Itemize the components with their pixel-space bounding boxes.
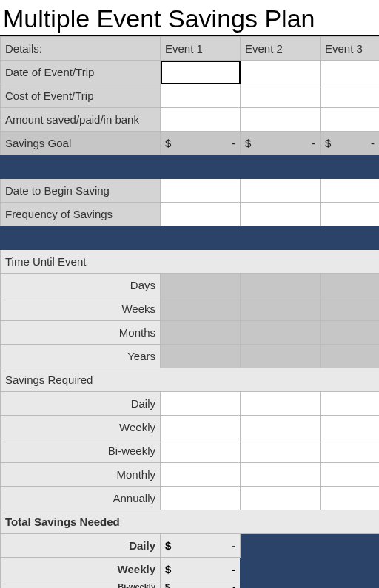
cell-total-biweekly: $- <box>161 581 241 589</box>
section-time-label: Time Until Event <box>1 250 380 274</box>
page-title: Multiple Event Savings Plan <box>0 0 379 36</box>
cell-req-weekly-e3 <box>321 416 380 439</box>
header-event2: Event 2 <box>241 37 321 61</box>
row-cost-of-event: Cost of Event/Trip <box>1 84 380 108</box>
savings-table: Details: Event 1 Event 2 Event 3 Date of… <box>0 36 379 588</box>
cell-req-annually-e3 <box>321 487 380 510</box>
currency-value: - <box>232 582 235 589</box>
divider-row <box>1 155 380 179</box>
cell-goal-event3: $- <box>321 132 380 155</box>
cell-total-daily: $- <box>161 534 241 558</box>
cell-req-daily-e1 <box>161 392 241 416</box>
label-days: Days <box>1 274 161 297</box>
cell-goal-event2: $- <box>241 132 321 155</box>
currency-value: - <box>312 137 315 149</box>
label-amount-saved: Amount saved/paid/in bank <box>1 108 161 132</box>
cell-req-biweekly-e3 <box>321 439 380 463</box>
cell-goal-event1: $- <box>161 132 241 155</box>
row-req-annually: Annually <box>1 487 380 510</box>
cell-req-daily-e3 <box>321 392 380 416</box>
cell-req-monthly-e3 <box>321 463 380 487</box>
label-months: Months <box>1 321 161 345</box>
cell-weeks-e2 <box>241 297 321 321</box>
label-date-begin: Date to Begin Saving <box>1 179 161 203</box>
currency-symbol: $ <box>165 137 171 149</box>
row-req-weekly: Weekly <box>1 416 380 439</box>
section-total-savings: Total Savings Needed <box>1 510 380 534</box>
row-req-monthly: Monthly <box>1 463 380 487</box>
cell-weeks-e3 <box>321 297 380 321</box>
cell-days-e2 <box>241 274 321 297</box>
label-date-of-event: Date of Event/Trip <box>1 61 161 84</box>
label-total-daily: Daily <box>1 534 161 558</box>
currency-value: - <box>232 539 235 552</box>
currency-symbol: $ <box>165 582 170 589</box>
currency-symbol: $ <box>165 563 171 575</box>
cell-req-biweekly-e1 <box>161 439 241 463</box>
cell-months-e3 <box>321 321 380 345</box>
cell-cost-event2[interactable] <box>241 84 321 108</box>
cell-years-e3 <box>321 345 380 368</box>
label-cost-of-event: Cost of Event/Trip <box>1 84 161 108</box>
cell-days-e1 <box>161 274 241 297</box>
cell-amount-event1[interactable] <box>161 108 241 132</box>
cell-freq-event2[interactable] <box>241 203 321 226</box>
cell-freq-event1[interactable] <box>161 203 241 226</box>
cell-date-event2[interactable] <box>241 61 321 84</box>
cell-begin-event1[interactable] <box>161 179 241 203</box>
row-total-daily: Daily $- <box>1 534 380 558</box>
row-time-weeks: Weeks <box>1 297 380 321</box>
cell-years-e2 <box>241 345 321 368</box>
divider-row <box>1 226 380 250</box>
row-frequency: Frequency of Savings <box>1 203 380 226</box>
cell-req-annually-e2 <box>241 487 321 510</box>
row-req-biweekly: Bi-weekly <box>1 439 380 463</box>
cell-days-e3 <box>321 274 380 297</box>
currency-value: - <box>371 137 375 149</box>
label-req-daily: Daily <box>1 392 161 416</box>
cell-date-event3[interactable] <box>321 61 380 84</box>
cell-amount-event2[interactable] <box>241 108 321 132</box>
section-total-label: Total Savings Needed <box>1 510 380 534</box>
total-navy-block <box>241 534 380 589</box>
cell-begin-event3[interactable] <box>321 179 380 203</box>
cell-req-biweekly-e2 <box>241 439 321 463</box>
cell-cost-event3[interactable] <box>321 84 380 108</box>
cell-years-e1 <box>161 345 241 368</box>
cell-req-annually-e1 <box>161 487 241 510</box>
section-time-until-event: Time Until Event <box>1 250 380 274</box>
cell-amount-event3[interactable] <box>321 108 380 132</box>
row-time-months: Months <box>1 321 380 345</box>
row-time-years: Years <box>1 345 380 368</box>
row-amount-saved: Amount saved/paid/in bank <box>1 108 380 132</box>
row-date-of-event: Date of Event/Trip <box>1 61 380 84</box>
cell-req-weekly-e2 <box>241 416 321 439</box>
header-event1: Event 1 <box>161 37 241 61</box>
header-details: Details: <box>1 37 161 61</box>
cell-months-e1 <box>161 321 241 345</box>
label-total-weekly: Weekly <box>1 558 161 581</box>
cell-cost-event1[interactable] <box>161 84 241 108</box>
cell-months-e2 <box>241 321 321 345</box>
currency-symbol: $ <box>245 137 251 149</box>
row-req-daily: Daily <box>1 392 380 416</box>
row-date-begin: Date to Begin Saving <box>1 179 380 203</box>
currency-symbol: $ <box>325 137 331 149</box>
label-years: Years <box>1 345 161 368</box>
cell-weeks-e1 <box>161 297 241 321</box>
cell-begin-event2[interactable] <box>241 179 321 203</box>
label-weeks: Weeks <box>1 297 161 321</box>
cell-req-monthly-e1 <box>161 463 241 487</box>
currency-value: - <box>232 137 235 149</box>
label-req-biweekly: Bi-weekly <box>1 439 161 463</box>
currency-value: - <box>232 563 235 575</box>
label-total-biweekly: Bi-weekly <box>1 581 161 589</box>
table-header-row: Details: Event 1 Event 2 Event 3 <box>1 37 380 61</box>
label-savings-goal: Savings Goal <box>1 132 161 155</box>
header-event3: Event 3 <box>321 37 380 61</box>
cell-freq-event3[interactable] <box>321 203 380 226</box>
section-req-label: Savings Required <box>1 368 380 392</box>
row-time-days: Days <box>1 274 380 297</box>
cell-date-event1[interactable] <box>161 61 241 84</box>
section-savings-required: Savings Required <box>1 368 380 392</box>
